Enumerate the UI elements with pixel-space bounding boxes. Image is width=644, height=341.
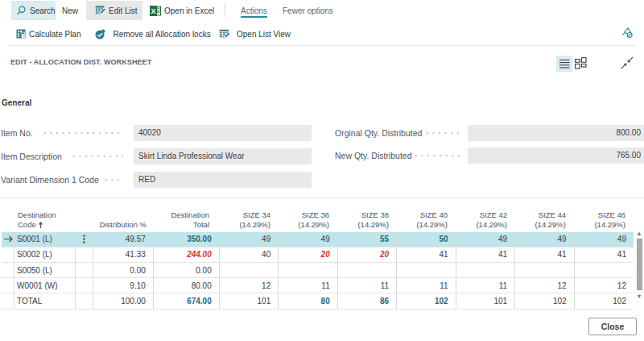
svg-text:X: X xyxy=(151,7,155,15)
